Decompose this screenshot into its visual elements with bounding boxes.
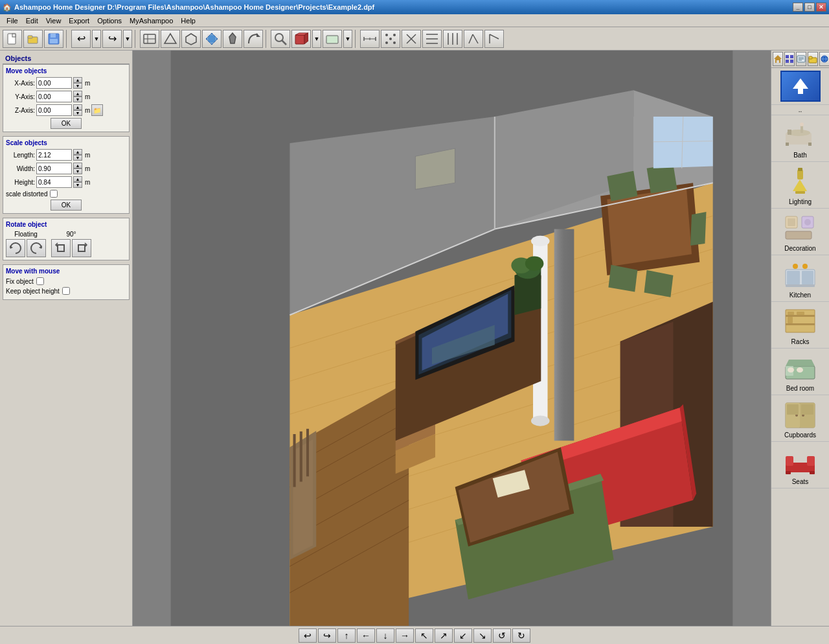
y-axis-down[interactable]: ▼	[73, 97, 82, 102]
toolbar-draw1[interactable]	[140, 30, 159, 48]
length-down[interactable]: ▼	[73, 155, 82, 161]
svg-rect-111	[293, 434, 296, 487]
svg-point-27	[393, 34, 396, 36]
minimize-button[interactable]: _	[793, 3, 803, 12]
right-text-btn[interactable]	[796, 52, 806, 66]
rotate-cw-btn[interactable]	[27, 239, 46, 257]
rotate-object-group: Rotate object Floating 90°	[3, 218, 130, 260]
menu-view[interactable]: View	[42, 16, 65, 26]
close-button[interactable]: ✕	[816, 3, 826, 12]
x-axis-down[interactable]: ▼	[73, 83, 82, 89]
nav-downleft[interactable]: ↙	[454, 628, 472, 643]
toolbar-snap6[interactable]	[484, 30, 504, 48]
nav-back[interactable]: ↩	[299, 628, 317, 643]
menu-myashampoo[interactable]: MyAshampoo	[126, 16, 177, 26]
parent-dir-item[interactable]: ..	[771, 105, 829, 115]
width-up[interactable]: ▲	[73, 163, 82, 168]
toolbar-snap3[interactable]	[422, 30, 442, 48]
y-axis-up[interactable]: ▲	[73, 91, 82, 97]
right-home-btn[interactable]	[773, 52, 783, 66]
toolbar-undo-arrow[interactable]: ▼	[92, 30, 101, 48]
length-up[interactable]: ▲	[73, 149, 82, 155]
category-bath[interactable]: Bath	[771, 115, 829, 162]
maximize-button[interactable]: □	[804, 3, 815, 12]
right-grid-btn[interactable]	[784, 52, 795, 66]
category-cupboards[interactable]: Cupboards	[771, 395, 829, 442]
toolbar-search[interactable]	[271, 30, 290, 48]
category-lighting[interactable]: Lighting	[771, 162, 829, 209]
fix-object-checkbox[interactable]	[36, 277, 44, 285]
z-axis-up[interactable]: ▲	[73, 104, 82, 110]
svg-line-42	[490, 34, 499, 39]
toolbar: ↩ ▼ ↪ ▼ ▼ ▼	[0, 27, 829, 51]
rotate-90-cw-btn[interactable]	[72, 239, 91, 257]
length-input[interactable]	[36, 149, 72, 161]
toolbar-measure[interactable]	[360, 30, 380, 48]
nav-right[interactable]: →	[396, 628, 414, 643]
width-input[interactable]	[36, 163, 72, 174]
toolbar-draw5[interactable]	[223, 30, 242, 48]
height-input[interactable]	[36, 176, 72, 188]
z-axis-folder[interactable]: 📁	[91, 104, 103, 116]
toolbar-snap5[interactable]	[464, 30, 483, 48]
nav-forward[interactable]: ↪	[318, 628, 336, 643]
right-folder-btn[interactable]	[808, 52, 818, 66]
toolbar-3d[interactable]	[291, 30, 311, 48]
scale-distorted-checkbox[interactable]	[50, 190, 58, 198]
toolbar-save[interactable]	[44, 30, 63, 48]
toolbar-snap1[interactable]	[381, 30, 400, 48]
rotate-90-ccw-btn[interactable]	[51, 239, 71, 257]
rotate-ccw-btn[interactable]	[6, 239, 25, 257]
x-axis-up[interactable]: ▲	[73, 77, 82, 83]
canvas-area[interactable]	[133, 51, 771, 626]
z-axis-input[interactable]	[36, 104, 72, 116]
toolbar-redo[interactable]: ↪	[102, 30, 122, 48]
z-axis-down[interactable]: ▼	[73, 110, 82, 116]
menu-help[interactable]: Help	[177, 16, 199, 26]
category-bedroom[interactable]: Bed room	[771, 349, 829, 395]
category-seats[interactable]: Seats	[771, 442, 829, 489]
height-up[interactable]: ▲	[73, 176, 82, 182]
width-down[interactable]: ▼	[73, 168, 82, 174]
category-racks[interactable]: Racks	[771, 302, 829, 349]
toolbar-undo[interactable]: ↩	[71, 30, 91, 48]
nav-rotate-left[interactable]: ↺	[493, 628, 511, 643]
toolbar-flat-arrow[interactable]: ▼	[343, 30, 352, 48]
height-down[interactable]: ▼	[73, 182, 82, 188]
menu-options[interactable]: Options	[93, 16, 126, 26]
right-globe-btn[interactable]	[819, 52, 829, 66]
category-kitchen[interactable]: Kitchen	[771, 255, 829, 302]
toolbar-draw2[interactable]	[161, 30, 180, 48]
width-spin: ▲ ▼	[73, 163, 82, 174]
up-arrow-item[interactable]	[771, 68, 829, 105]
menu-edit[interactable]: Edit	[22, 16, 42, 26]
toolbar-redo-arrow[interactable]: ▼	[123, 30, 132, 48]
svg-rect-1	[12, 34, 16, 37]
toolbar-snap4[interactable]	[443, 30, 462, 48]
scale-ok-button[interactable]: OK	[51, 200, 82, 211]
nav-downright[interactable]: ↘	[473, 628, 492, 643]
toolbar-draw3[interactable]	[181, 30, 201, 48]
nav-up[interactable]: ↑	[337, 628, 356, 643]
category-list: Bath Lighting Decoration	[771, 115, 829, 626]
nav-upleft[interactable]: ↖	[415, 628, 433, 643]
toolbar-flat[interactable]	[323, 30, 342, 48]
toolbar-open[interactable]	[23, 30, 43, 48]
nav-rotate-right[interactable]: ↻	[512, 628, 530, 643]
toolbar-new[interactable]	[3, 30, 22, 48]
keep-height-checkbox[interactable]	[62, 287, 70, 295]
toolbar-3d-arrow[interactable]: ▼	[312, 30, 321, 48]
nav-left[interactable]: ←	[357, 628, 375, 643]
toolbar-draw4[interactable]	[202, 30, 221, 48]
menu-file[interactable]: File	[3, 16, 22, 26]
nav-down[interactable]: ↓	[376, 628, 394, 643]
x-axis-input[interactable]	[36, 77, 72, 89]
move-ok-button[interactable]: OK	[51, 118, 82, 129]
y-axis-input[interactable]	[36, 91, 72, 102]
toolbar-snap2[interactable]	[402, 30, 421, 48]
up-arrow-btn[interactable]	[780, 71, 821, 102]
category-decoration[interactable]: Decoration	[771, 209, 829, 255]
menu-export[interactable]: Export	[65, 16, 93, 26]
toolbar-draw6[interactable]	[244, 30, 263, 48]
nav-upright[interactable]: ↗	[435, 628, 453, 643]
